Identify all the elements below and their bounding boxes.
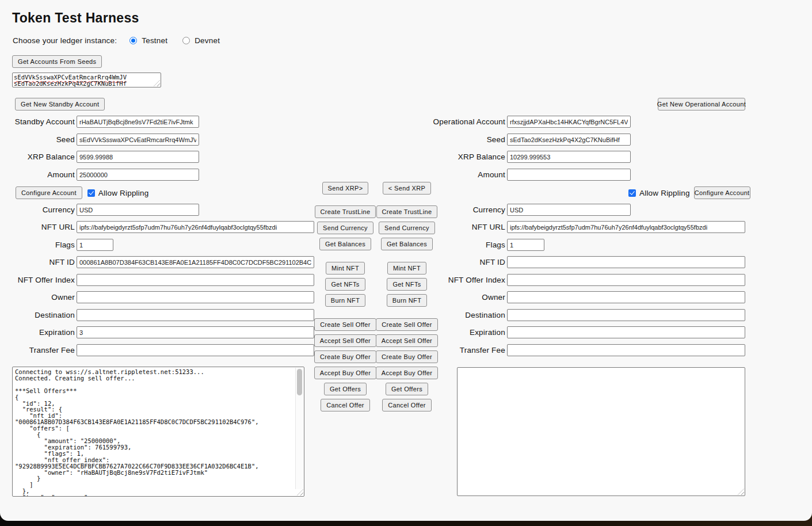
get-new-operational-account-button[interactable]: Get New Operational Account	[658, 98, 745, 110]
operational-send-currency-button[interactable]: Send Currency	[379, 222, 435, 234]
operational-create-buy-offer-button[interactable]: Create Buy Offer	[376, 350, 438, 363]
testnet-radio-label[interactable]: Testnet	[142, 36, 167, 45]
resize-grip-icon[interactable]	[154, 80, 160, 86]
operational-results-textarea[interactable]	[457, 367, 745, 496]
get-new-standby-account-button[interactable]: Get New Standby Account	[15, 98, 105, 110]
operational-nft-id-field[interactable]	[507, 256, 745, 268]
operational-get-balances-button[interactable]: Get Balances	[381, 238, 433, 250]
standby-create-trustline-button[interactable]: Create TrustLine	[315, 205, 376, 218]
field-row: Amount	[0, 169, 199, 181]
operational-get-offers-button[interactable]: Get Offers	[386, 383, 428, 395]
standby-configure-account-button[interactable]: Configure Account	[16, 186, 82, 199]
standby-account-field[interactable]	[77, 116, 199, 128]
operational-seed-field[interactable]	[507, 134, 631, 146]
standby-send-currency-button[interactable]: Send Currency	[317, 222, 373, 234]
scrollbar-thumb[interactable]	[297, 369, 302, 395]
field-row: NFT Offer Index	[0, 274, 314, 286]
standby-results-textarea[interactable]: Connecting to wss://s.altnet.rippletest.…	[12, 367, 304, 497]
standby-account-label: Standby Account	[0, 117, 75, 126]
operational-create-sell-offer-button[interactable]: Create Sell Offer	[376, 318, 438, 331]
operational-allow-rippling-checkbox[interactable]	[628, 189, 636, 197]
standby-destination-field[interactable]	[77, 309, 314, 321]
check-icon	[630, 189, 635, 195]
operational-accept-buy-offer-button[interactable]: Accept Buy Offer	[376, 367, 439, 379]
operational-send-xrp-button[interactable]: < Send XRP	[383, 182, 431, 195]
operational-accept-sell-offer-button[interactable]: Accept Sell Offer	[376, 334, 438, 347]
operational-xrp-balance-field[interactable]	[507, 151, 631, 163]
operational-flags-field[interactable]	[507, 239, 544, 251]
operational-nft-offer-index-field[interactable]	[507, 274, 745, 286]
get-accounts-from-seeds-button[interactable]: Get Accounts From Seeds	[12, 55, 102, 68]
standby-xrp-balance-field[interactable]	[77, 151, 199, 163]
operational-configure-row: Allow Rippling Configure Account	[628, 186, 750, 199]
standby-amount-field[interactable]	[77, 169, 199, 181]
operational-get-nfts-button[interactable]: Get NFTs	[387, 278, 426, 291]
field-row: Seed	[375, 134, 631, 146]
operational-burn-nft-button[interactable]: Burn NFT	[387, 294, 427, 307]
operational-results-log	[458, 368, 745, 371]
standby-get-offers-button[interactable]: Get Offers	[324, 383, 367, 395]
standby-transfer-fee-field[interactable]	[77, 344, 314, 356]
standby-seed-label: Seed	[0, 135, 75, 144]
operational-create-trustline-button[interactable]: Create TrustLine	[376, 205, 438, 218]
operational-mint-nft-button[interactable]: Mint NFT	[387, 262, 426, 275]
resize-grip-icon[interactable]	[738, 489, 744, 495]
standby-configure-row: Configure Account Allow Rippling	[16, 186, 148, 199]
standby-nft-id-field[interactable]	[77, 256, 314, 268]
standby-get-balances-button[interactable]: Get Balances	[319, 238, 371, 250]
operational-expiration-field[interactable]	[507, 326, 745, 338]
testnet-radio[interactable]	[129, 37, 137, 44]
operational-amount-field[interactable]	[507, 169, 631, 181]
standby-nft-url-field[interactable]	[77, 221, 314, 233]
operational-nft-url-field[interactable]	[507, 221, 745, 233]
standby-actions-column: Send XRP> Create TrustLine Send Currency…	[314, 182, 377, 411]
operational-configure-account-button[interactable]: Configure Account	[694, 186, 750, 199]
standby-expiration-field[interactable]	[77, 326, 314, 338]
operational-xrp-balance-label: XRP Balance	[375, 153, 505, 161]
standby-create-buy-offer-button[interactable]: Create Buy Offer	[314, 350, 376, 363]
field-row: Owner	[0, 291, 314, 303]
operational-cancel-offer-button[interactable]: Cancel Offer	[382, 399, 432, 411]
standby-destination-label: Destination	[0, 311, 75, 319]
field-row: Currency	[0, 204, 199, 216]
seeds-textarea[interactable]: sEdVVkSsswaXPCvEatRmcarRrq4WmJV sEdTao2d…	[12, 73, 161, 87]
standby-transfer-fee-label: Transfer Fee	[0, 346, 75, 355]
standby-burn-nft-button[interactable]: Burn NFT	[325, 294, 365, 307]
standby-create-sell-offer-button[interactable]: Create Sell Offer	[314, 318, 376, 331]
ledger-instance-row: Choose your ledger instance: Testnet Dev…	[13, 36, 220, 45]
standby-allow-rippling-checkbox[interactable]	[87, 189, 95, 197]
scrollbar-track[interactable]	[295, 368, 303, 489]
standby-send-xrp-button[interactable]: Send XRP>	[322, 182, 369, 195]
standby-currency-field[interactable]	[77, 204, 199, 216]
standby-mint-nft-button[interactable]: Mint NFT	[326, 262, 365, 275]
field-row: NFT ID	[0, 256, 314, 268]
standby-owner-field[interactable]	[77, 291, 314, 303]
field-row: Operational Account	[375, 116, 631, 128]
standby-cancel-offer-button[interactable]: Cancel Offer	[321, 399, 370, 411]
operational-allow-rippling-label: Allow Rippling	[639, 189, 690, 197]
devnet-radio[interactable]	[182, 37, 190, 44]
standby-owner-label: Owner	[0, 293, 75, 302]
standby-flags-field[interactable]	[77, 239, 113, 251]
operational-transfer-fee-field[interactable]	[507, 344, 745, 356]
operational-owner-field[interactable]	[507, 291, 745, 303]
operational-account-label: Operational Account	[375, 117, 505, 126]
standby-accept-buy-offer-button[interactable]: Accept Buy Offer	[314, 367, 377, 379]
token-test-harness-page: Token Test Harness Choose your ledger in…	[0, 0, 812, 521]
operational-seed-label: Seed	[375, 135, 505, 144]
operational-destination-field[interactable]	[507, 309, 745, 321]
standby-accept-sell-offer-button[interactable]: Accept Sell Offer	[314, 334, 376, 347]
seeds-value: sEdVVkSsswaXPCvEatRmcarRrq4WmJV sEdTao2d…	[14, 74, 127, 87]
devnet-radio-label[interactable]: Devnet	[195, 36, 220, 45]
standby-get-nfts-button[interactable]: Get NFTs	[325, 278, 365, 291]
standby-xrp-balance-label: XRP Balance	[0, 153, 75, 161]
standby-nft-url-label: NFT URL	[0, 223, 75, 231]
standby-nft-offer-index-field[interactable]	[77, 274, 314, 286]
standby-seed-field[interactable]	[77, 134, 199, 146]
standby-nft-offer-index-label: NFT Offer Index	[0, 276, 75, 284]
operational-amount-label: Amount	[375, 170, 505, 179]
operational-currency-field[interactable]	[507, 204, 631, 216]
standby-allow-rippling-label: Allow Rippling	[98, 189, 149, 197]
operational-account-field[interactable]	[507, 116, 631, 128]
field-row: Flags	[0, 239, 113, 251]
